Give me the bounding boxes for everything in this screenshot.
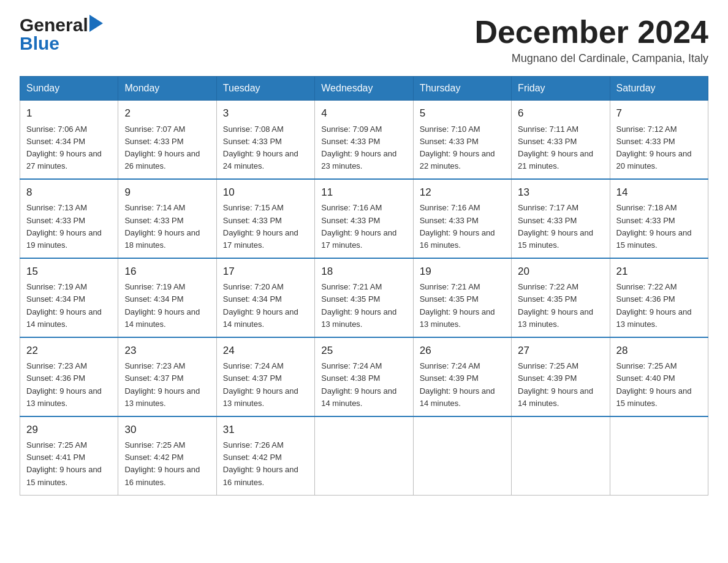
sunrise-text: Sunrise: 7:22 AM [518,281,603,293]
daylight-text: Daylight: 9 hours and 13 minutes. [321,306,406,331]
sunrise-text: Sunrise: 7:26 AM [223,439,308,451]
calendar-cell: 29Sunrise: 7:25 AMSunset: 4:41 PMDayligh… [20,416,118,495]
sunrise-text: Sunrise: 7:19 AM [124,281,210,293]
calendar-cell: 3Sunrise: 7:08 AMSunset: 4:33 PMDaylight… [216,101,314,179]
sunset-text: Sunset: 4:35 PM [321,293,406,305]
calendar-cell: 21Sunrise: 7:22 AMSunset: 4:36 PMDayligh… [610,258,708,337]
daylight-text: Daylight: 9 hours and 14 minutes. [518,385,603,410]
sunset-text: Sunset: 4:33 PM [223,215,308,227]
calendar-cell: 7Sunrise: 7:12 AMSunset: 4:33 PMDaylight… [610,101,708,179]
day-number: 3 [223,105,308,121]
sunset-text: Sunset: 4:33 PM [420,136,505,148]
sunset-text: Sunset: 4:33 PM [420,215,505,227]
sunrise-text: Sunrise: 7:11 AM [518,123,603,136]
daylight-text: Daylight: 9 hours and 13 minutes. [223,385,308,410]
sunset-text: Sunset: 4:39 PM [518,372,603,385]
sunrise-text: Sunrise: 7:21 AM [420,281,505,293]
day-number: 16 [124,264,210,280]
day-number: 28 [616,343,702,359]
sunset-text: Sunset: 4:33 PM [518,215,603,227]
header-row: SundayMondayTuesdayWednesdayThursdayFrid… [20,77,708,101]
sunrise-text: Sunrise: 7:12 AM [616,123,702,136]
sunset-text: Sunset: 4:40 PM [616,372,702,385]
day-number: 2 [124,105,210,121]
calendar-cell: 23Sunrise: 7:23 AMSunset: 4:37 PMDayligh… [118,337,216,416]
day-number: 26 [420,343,505,359]
column-header-sunday: Sunday [20,77,118,101]
calendar-cell: 27Sunrise: 7:25 AMSunset: 4:39 PMDayligh… [512,337,610,416]
week-row-5: 29Sunrise: 7:25 AMSunset: 4:41 PMDayligh… [20,416,708,495]
column-header-thursday: Thursday [413,77,511,101]
svg-marker-0 [89,15,103,32]
day-number: 15 [26,264,112,280]
daylight-text: Daylight: 9 hours and 19 minutes. [26,227,112,251]
week-row-1: 1Sunrise: 7:06 AMSunset: 4:34 PMDaylight… [20,101,708,179]
calendar-cell: 13Sunrise: 7:17 AMSunset: 4:33 PMDayligh… [512,179,610,258]
sunrise-text: Sunrise: 7:25 AM [124,439,210,451]
week-row-2: 8Sunrise: 7:13 AMSunset: 4:33 PMDaylight… [20,179,708,258]
sunrise-text: Sunrise: 7:18 AM [616,202,702,214]
day-number: 29 [26,422,112,438]
sunset-text: Sunset: 4:35 PM [420,293,505,305]
week-row-3: 15Sunrise: 7:19 AMSunset: 4:34 PMDayligh… [20,258,708,337]
calendar-cell: 15Sunrise: 7:19 AMSunset: 4:34 PMDayligh… [20,258,118,337]
calendar-cell: 14Sunrise: 7:18 AMSunset: 4:33 PMDayligh… [610,179,708,258]
week-row-4: 22Sunrise: 7:23 AMSunset: 4:36 PMDayligh… [20,337,708,416]
calendar-cell: 22Sunrise: 7:23 AMSunset: 4:36 PMDayligh… [20,337,118,416]
sunset-text: Sunset: 4:42 PM [124,451,210,464]
day-number: 4 [321,105,406,121]
daylight-text: Daylight: 9 hours and 14 minutes. [26,306,112,331]
sunset-text: Sunset: 4:36 PM [616,293,702,305]
sunrise-text: Sunrise: 7:14 AM [124,202,210,214]
logo-arrow-icon [89,20,103,32]
day-number: 22 [26,343,112,359]
sunset-text: Sunset: 4:33 PM [616,215,702,227]
sunset-text: Sunset: 4:34 PM [223,293,308,305]
daylight-text: Daylight: 9 hours and 16 minutes. [420,227,505,251]
column-header-saturday: Saturday [610,77,708,101]
calendar-cell: 19Sunrise: 7:21 AMSunset: 4:35 PMDayligh… [413,258,511,337]
day-number: 7 [616,105,702,121]
sunset-text: Sunset: 4:42 PM [223,451,308,464]
calendar-cell: 17Sunrise: 7:20 AMSunset: 4:34 PMDayligh… [216,258,314,337]
sunset-text: Sunset: 4:33 PM [518,136,603,148]
sunrise-text: Sunrise: 7:15 AM [223,202,308,214]
calendar-cell [315,416,413,495]
calendar-cell: 1Sunrise: 7:06 AMSunset: 4:34 PMDaylight… [20,101,118,179]
calendar-cell: 28Sunrise: 7:25 AMSunset: 4:40 PMDayligh… [610,337,708,416]
sunrise-text: Sunrise: 7:21 AM [321,281,406,293]
day-number: 6 [518,105,603,121]
calendar-cell [413,416,511,495]
day-number: 21 [616,264,702,280]
calendar-cell [512,416,610,495]
sunset-text: Sunset: 4:33 PM [223,136,308,148]
sunset-text: Sunset: 4:36 PM [26,372,112,385]
daylight-text: Daylight: 9 hours and 13 minutes. [26,385,112,410]
day-number: 12 [420,185,505,201]
calendar-cell: 4Sunrise: 7:09 AMSunset: 4:33 PMDaylight… [315,101,413,179]
sunrise-text: Sunrise: 7:17 AM [518,202,603,214]
sunrise-text: Sunrise: 7:25 AM [616,360,702,372]
sunset-text: Sunset: 4:39 PM [420,372,505,385]
daylight-text: Daylight: 9 hours and 20 minutes. [616,148,702,172]
day-number: 24 [223,343,308,359]
daylight-text: Daylight: 9 hours and 27 minutes. [26,148,112,172]
column-header-tuesday: Tuesday [216,77,314,101]
calendar-cell: 9Sunrise: 7:14 AMSunset: 4:33 PMDaylight… [118,179,216,258]
sunset-text: Sunset: 4:33 PM [616,136,702,148]
logo-blue-text: Blue [20,33,59,53]
sunset-text: Sunset: 4:33 PM [321,215,406,227]
daylight-text: Daylight: 9 hours and 13 minutes. [518,306,603,331]
daylight-text: Daylight: 9 hours and 18 minutes. [124,227,210,251]
page-header: General Blue December 2024 Mugnano del C… [20,15,708,65]
sunrise-text: Sunrise: 7:06 AM [26,123,112,136]
day-number: 5 [420,105,505,121]
sunset-text: Sunset: 4:37 PM [124,372,210,385]
calendar-cell: 30Sunrise: 7:25 AMSunset: 4:42 PMDayligh… [118,416,216,495]
daylight-text: Daylight: 9 hours and 14 minutes. [321,385,406,410]
sunset-text: Sunset: 4:33 PM [124,215,210,227]
daylight-text: Daylight: 9 hours and 16 minutes. [124,464,210,488]
day-number: 20 [518,264,603,280]
day-number: 25 [321,343,406,359]
sunset-text: Sunset: 4:35 PM [518,293,603,305]
